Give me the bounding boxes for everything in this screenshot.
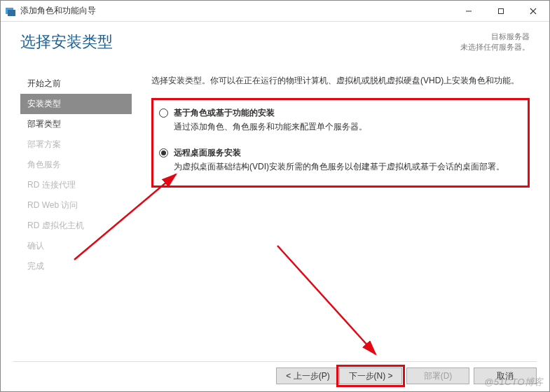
destination-server-label: 目标服务器 (460, 31, 530, 42)
footer-separator (13, 361, 537, 362)
option-remote-desktop-desc: 为虚拟桌面基础结构(VDI)安装所需的角色服务以创建基于虚拟机或基于会话的桌面部… (174, 161, 518, 173)
step-role-services: 角色服务 (20, 155, 132, 175)
step-rd-web-access: RD Web 访问 (20, 195, 132, 216)
destination-server-block: 目标服务器 未选择任何服务器。 (460, 31, 530, 52)
installation-options-group: 基于角色或基于功能的安装 通过添加角色、角色服务和功能来配置单个服务器。 远程桌… (151, 98, 530, 188)
app-icon (5, 6, 16, 17)
intro-text: 选择安装类型。你可以在正在运行的物理计算机、虚拟机或脱机虚拟硬盘(VHD)上安装… (151, 75, 530, 87)
option-role-based-title: 基于角色或基于功能的安装 (174, 107, 518, 119)
step-deployment-type[interactable]: 部署类型 (20, 114, 132, 134)
minimize-button[interactable] (453, 1, 485, 22)
svg-rect-1 (8, 10, 15, 16)
step-before-you-begin[interactable]: 开始之前 (20, 74, 132, 94)
wizard-steps-sidebar: 开始之前 安装类型 部署类型 部署方案 角色服务 RD 连接代理 RD Web … (20, 71, 132, 351)
maximize-button[interactable] (485, 1, 517, 22)
page-title: 选择安装类型 (20, 31, 530, 52)
radio-remote-desktop[interactable] (159, 148, 168, 158)
radio-role-based[interactable] (159, 108, 168, 118)
window-title: 添加角色和功能向导 (20, 5, 453, 17)
step-installation-type[interactable]: 安装类型 (20, 94, 132, 114)
step-rd-connection-broker: RD 连接代理 (20, 175, 132, 195)
watermark-text: @51CTO博客 (484, 376, 544, 388)
step-completion: 完成 (20, 256, 132, 276)
option-remote-desktop-title: 远程桌面服务安装 (174, 147, 518, 159)
step-deployment-scenario: 部署方案 (20, 134, 132, 155)
step-rd-virtualization-host: RD 虚拟化主机 (20, 216, 132, 236)
option-role-based-desc: 通过添加角色、角色服务和功能来配置单个服务器。 (174, 121, 518, 133)
previous-button[interactable]: < 上一步(P) (276, 368, 339, 384)
wizard-footer: < 上一步(P) 下一步(N) > 部署(D) 取消 (13, 368, 537, 384)
step-confirmation: 确认 (20, 236, 132, 256)
option-remote-desktop[interactable]: 远程桌面服务安装 为虚拟桌面基础结构(VDI)安装所需的角色服务以创建基于虚拟机… (159, 147, 518, 173)
titlebar: 添加角色和功能向导 (1, 1, 549, 22)
svg-rect-3 (499, 8, 504, 13)
option-role-based[interactable]: 基于角色或基于功能的安装 通过添加角色、角色服务和功能来配置单个服务器。 (159, 107, 518, 133)
next-button[interactable]: 下一步(N) > (339, 368, 402, 384)
deploy-button: 部署(D) (406, 368, 469, 384)
destination-server-value: 未选择任何服务器。 (460, 42, 530, 52)
close-button[interactable] (517, 1, 549, 22)
